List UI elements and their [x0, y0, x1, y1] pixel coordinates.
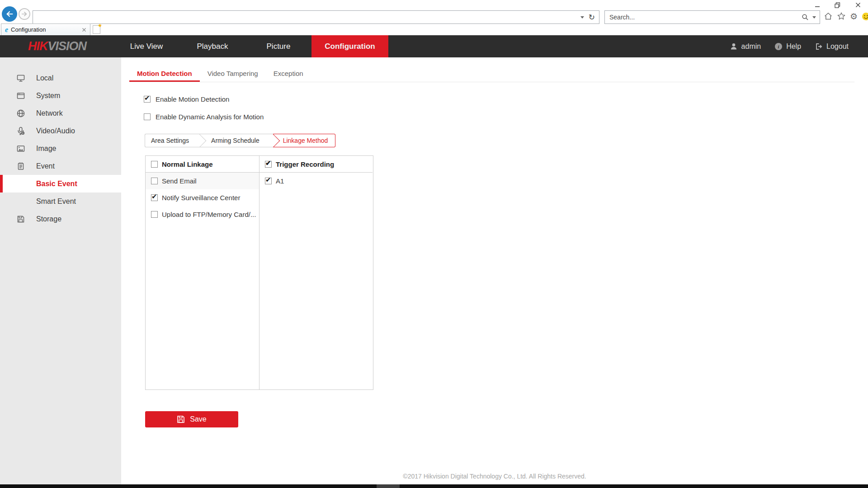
check-icon: ✔ — [151, 193, 157, 200]
favorites-star-icon[interactable] — [837, 12, 846, 21]
sidebar-item-storage[interactable]: Storage — [0, 210, 121, 228]
subtab-linkage-method[interactable]: Linkage Method — [273, 134, 336, 147]
enable-dynamic-analysis-row: Enable Dynamic Analysis for Motion — [144, 112, 868, 121]
tab-exception[interactable]: Exception — [266, 67, 311, 82]
logout-label: Logout — [826, 42, 849, 51]
search-input[interactable] — [605, 11, 802, 23]
close-button[interactable] — [848, 0, 868, 10]
sidebar-item-local[interactable]: Local — [0, 69, 121, 87]
system-icon — [16, 91, 26, 101]
subtab-area-settings[interactable]: Area Settings — [145, 134, 195, 147]
new-tab-button[interactable]: ★ — [93, 25, 100, 34]
send-email-checkbox[interactable] — [151, 178, 158, 184]
search-box — [604, 10, 820, 24]
normal-linkage-header-label: Normal Linkage — [162, 160, 213, 168]
forward-button[interactable] — [19, 8, 30, 20]
sidebar-item-network[interactable]: Network — [0, 104, 121, 122]
nav-picture[interactable]: Picture — [245, 35, 311, 57]
refresh-icon[interactable]: ↻ — [589, 14, 595, 21]
sidebar-item-system[interactable]: System — [0, 87, 121, 104]
home-icon[interactable] — [824, 12, 833, 21]
tab-motion-detection[interactable]: Motion Detection — [129, 67, 200, 82]
table-row-a1: ✔ A1 — [259, 173, 373, 189]
screen: ↻ ⚙ e Configuration ★ — [0, 0, 868, 488]
subtab-arming-schedule[interactable]: Arming Schedule — [205, 134, 266, 147]
tab-close-icon[interactable] — [82, 28, 86, 32]
minimize-button[interactable] — [807, 0, 827, 10]
browser-tab-title: Configuration — [11, 26, 79, 33]
logout-button[interactable]: Logout — [815, 42, 849, 51]
sidebar-item-label: Basic Event — [36, 180, 77, 188]
user-menu[interactable]: admin — [730, 42, 761, 51]
app-header: HIKVISION Live View Playback Picture Con… — [0, 35, 868, 57]
user-icon — [730, 42, 738, 51]
a1-label: A1 — [276, 177, 284, 185]
send-email-label: Send Email — [162, 177, 197, 185]
logo-hik: HIK — [28, 39, 48, 53]
sidebar-item-video-audio[interactable]: Video/Audio — [0, 122, 121, 140]
sidebar-item-label: Video/Audio — [36, 127, 75, 135]
ie-favicon: e — [5, 26, 8, 33]
nav-playback[interactable]: Playback — [179, 35, 245, 57]
sidebar: Local System Network Video/Audio — [0, 57, 121, 484]
sidebar-item-image[interactable]: Image — [0, 140, 121, 157]
browser-tab-configuration[interactable]: e Configuration — [1, 23, 90, 35]
browser-action-icons: ⚙ — [824, 12, 868, 21]
sidebar-item-label: Network — [36, 109, 63, 117]
help-button[interactable]: i Help — [774, 42, 801, 51]
app-header-right: admin i Help Logout — [730, 35, 849, 57]
restore-button[interactable] — [827, 0, 848, 10]
sidebar-item-label: Image — [36, 145, 56, 153]
address-dropdown-icon[interactable] — [580, 16, 584, 19]
address-bar-input[interactable] — [33, 11, 580, 23]
sidebar-item-label: Smart Event — [36, 197, 76, 206]
save-icon — [177, 415, 185, 423]
enable-motion-detection-checkbox[interactable]: ✔ — [144, 96, 151, 103]
enable-motion-detection-row: ✔ Enable Motion Detection — [144, 94, 868, 103]
browser-chrome: ↻ ⚙ e Configuration ★ — [0, 0, 868, 35]
minimize-icon — [815, 2, 820, 8]
sidebar-item-label: System — [36, 92, 60, 100]
enable-dynamic-analysis-checkbox[interactable] — [144, 113, 151, 120]
nav-configuration[interactable]: Configuration — [311, 35, 388, 57]
close-icon — [855, 2, 861, 8]
monitor-icon — [16, 73, 26, 83]
help-icon: i — [774, 42, 783, 51]
trigger-recording-column: ✔ Trigger Recording ✔ A1 — [259, 156, 373, 389]
trigger-recording-header: ✔ Trigger Recording — [259, 156, 373, 173]
restore-icon — [835, 2, 840, 8]
sidebar-item-basic-event[interactable]: Basic Event — [0, 175, 121, 192]
search-icon[interactable] — [802, 14, 809, 21]
save-button-label: Save — [190, 415, 206, 423]
bottom-bar-segment — [377, 484, 400, 488]
bottom-bar — [0, 484, 868, 488]
smiley-feedback-icon[interactable] — [862, 12, 868, 21]
check-icon: ✔ — [144, 94, 150, 101]
window-controls — [807, 0, 868, 10]
sidebar-item-smart-event[interactable]: Smart Event — [0, 192, 121, 210]
check-icon: ✔ — [265, 160, 271, 166]
tab-video-tampering[interactable]: Video Tampering — [200, 67, 266, 82]
a1-checkbox[interactable]: ✔ — [265, 178, 272, 184]
trigger-recording-checkbox[interactable]: ✔ — [265, 161, 272, 168]
gear-icon[interactable]: ⚙ — [850, 12, 858, 21]
normal-linkage-checkbox[interactable] — [151, 161, 158, 168]
nav-live-view[interactable]: Live View — [113, 35, 179, 57]
save-button[interactable]: Save — [145, 411, 238, 427]
notify-surveillance-center-checkbox[interactable]: ✔ — [151, 194, 158, 201]
chevron-right-icon — [195, 134, 205, 147]
sidebar-item-event[interactable]: Event — [0, 157, 121, 175]
address-bar-tools: ↻ — [580, 14, 599, 21]
back-arrow-icon — [5, 9, 14, 19]
trigger-recording-header-label: Trigger Recording — [276, 160, 334, 168]
main-nav: Live View Playback Picture Configuration — [113, 35, 388, 57]
search-dropdown-icon[interactable] — [812, 16, 816, 19]
linkage-subtabs: Area Settings Arming Schedule Linkage Me… — [145, 134, 335, 147]
back-button[interactable] — [2, 6, 17, 22]
page-tabs: Motion Detection Video Tampering Excepti… — [129, 67, 854, 82]
upload-ftp-checkbox[interactable] — [151, 211, 158, 218]
search-tools — [802, 14, 820, 21]
new-tab-star-icon: ★ — [98, 23, 102, 28]
table-row-notify-surveillance-center: ✔ Notify Surveillance Center — [146, 189, 259, 206]
image-icon — [16, 144, 26, 154]
